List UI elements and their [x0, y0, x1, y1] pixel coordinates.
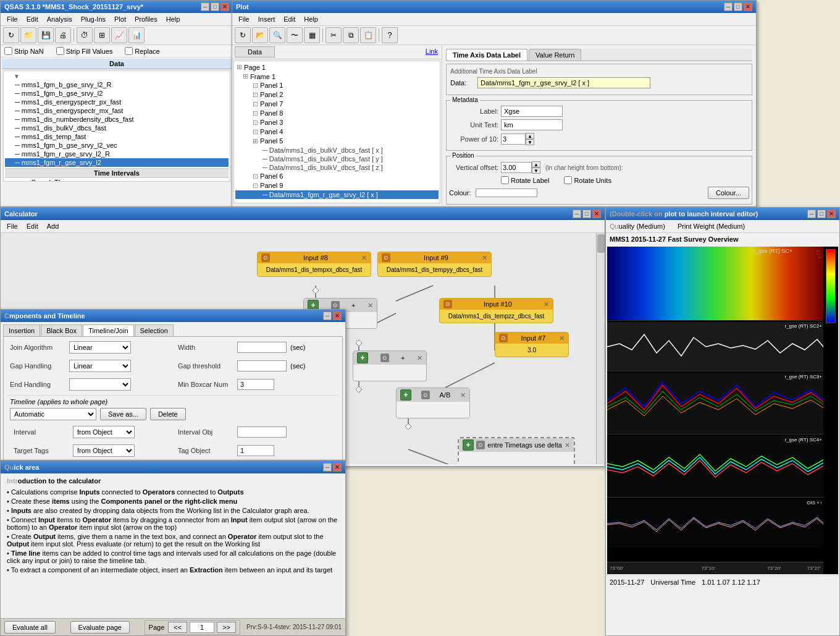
comp-minimize-btn[interactable]: ─: [323, 312, 332, 320]
strip-nan-checkbox[interactable]: [4, 47, 12, 55]
tree-bulkv-y[interactable]: ─ Data/mms1_dis_bulkV_dbcs_fast [ y ]: [235, 155, 439, 163]
data-field-input[interactable]: [477, 77, 650, 88]
tree-panel5[interactable]: ⊞ Panel 5: [235, 137, 439, 146]
plot-maximize-btn[interactable]: □: [734, 2, 742, 11]
calc-maximize-btn[interactable]: □: [582, 210, 591, 218]
right-maximize-btn[interactable]: □: [817, 210, 826, 218]
op-div-add[interactable]: +: [400, 389, 411, 401]
right-minimize-btn[interactable]: ─: [807, 210, 816, 218]
strip-fill-label[interactable]: Strip Fill Values: [56, 47, 113, 55]
waveform-display[interactable]: 101 r_gse (RT) SC+ r_gse (RT) SC2+ r_gse…: [607, 247, 838, 574]
quick-close-btn[interactable]: ✕: [333, 463, 342, 472]
plot-paste-btn[interactable]: 📋: [360, 27, 376, 43]
qsas-menu-help[interactable]: Help: [162, 14, 184, 24]
calc-minimize-btn[interactable]: ─: [573, 210, 581, 218]
qsas-clock-btn[interactable]: ⏱: [77, 27, 93, 43]
qsas-table-btn[interactable]: ⊞: [94, 27, 110, 43]
plot-zoom-btn[interactable]: 🔍: [269, 27, 285, 43]
tree-panel1[interactable]: ⊡ Panel 1: [235, 81, 439, 90]
timetag-add[interactable]: +: [463, 439, 474, 451]
plot-waveform-btn[interactable]: 〜: [287, 27, 303, 43]
qsas-maximize-btn[interactable]: □: [211, 2, 219, 11]
rotate-label-cb[interactable]: Rotate Label: [501, 176, 549, 184]
power-up-btn[interactable]: ▲: [526, 133, 534, 139]
strip-nan-label[interactable]: Strip NaN: [4, 47, 44, 55]
save-as-btn[interactable]: Save as...: [100, 408, 146, 420]
colour-input[interactable]: [476, 189, 537, 197]
quick-minimize-btn[interactable]: ─: [323, 463, 332, 472]
replace-checkbox[interactable]: [125, 47, 133, 55]
unit-field-input[interactable]: [501, 119, 563, 130]
plot-menu-edit[interactable]: Edit: [280, 14, 299, 24]
tree-item-fgm1[interactable]: ─ mms1_fgm_b_gse_srvy_l2_R: [5, 80, 229, 89]
rotate-units-checkbox[interactable]: [564, 176, 572, 184]
comp-close-btn[interactable]: ✕: [333, 312, 342, 320]
op-plus2-add[interactable]: +: [357, 352, 368, 363]
gap-threshold-input[interactable]: [237, 360, 287, 371]
op-div-node[interactable]: + ⊙ A/B ✕: [396, 388, 470, 418]
input9-close[interactable]: ✕: [482, 254, 487, 262]
tree-item-dis3[interactable]: ─ mms1_dis_numberdensity_dbcs_fast: [5, 115, 229, 124]
next-page-btn[interactable]: >>: [217, 622, 236, 633]
gap-handling-select[interactable]: Linear: [69, 360, 131, 372]
tree-panel7[interactable]: ⊡ Panel 7: [235, 100, 439, 109]
plot-menu-file[interactable]: File: [235, 14, 253, 24]
tree-item-fgm5[interactable]: ─ mms1_fgm_r_gse_srvy_l2: [5, 158, 229, 167]
tree-item-fgm2[interactable]: ─ mms1_fgm_b_gse_srvy_l2: [5, 89, 229, 98]
op-plus1-close[interactable]: ✕: [368, 302, 373, 310]
qsas-save-btn[interactable]: 💾: [38, 27, 54, 43]
calc-menu-edit[interactable]: Edit: [23, 221, 42, 231]
target-tags-select[interactable]: from Object: [73, 444, 135, 457]
tag-object-input[interactable]: [237, 445, 274, 456]
data-tree-view[interactable]: ▼ ─ mms1_fgm_b_gse_srvy_l2_R ─ mms1_fgm_…: [3, 70, 230, 182]
end-handling-select[interactable]: [69, 378, 131, 391]
tab-value-return[interactable]: Value Return: [529, 49, 581, 61]
tree-item-fgm4[interactable]: ─ mms1_fgm_r_gse_srvy_l2_R: [5, 150, 229, 158]
join-algo-select[interactable]: Linear: [69, 341, 131, 354]
link-btn[interactable]: Link: [424, 46, 439, 57]
tree-panel8[interactable]: ⊡ Panel 8: [235, 109, 439, 118]
power-input[interactable]: [501, 134, 526, 145]
strip-fill-checkbox[interactable]: [56, 47, 64, 55]
tree-page1[interactable]: ⊞ Page 1: [235, 62, 439, 72]
calc-scrollbar[interactable]: [596, 233, 605, 464]
qsas-menu-edit[interactable]: Edit: [23, 14, 42, 24]
tree-panel6[interactable]: ⊡ Panel 6: [235, 172, 439, 181]
replace-label[interactable]: Replace: [125, 47, 159, 55]
tree-item-root[interactable]: ▼: [5, 72, 229, 80]
plot-help-icon[interactable]: ?: [382, 27, 398, 43]
tree-frame1[interactable]: ⊞ Frame 1: [235, 72, 439, 81]
calc-scrollbar-thumb[interactable]: [597, 234, 605, 253]
tab-black-box[interactable]: Black Box: [41, 324, 82, 336]
qsas-minimize-btn[interactable]: ─: [201, 2, 209, 11]
input7-node[interactable]: ⊙ Input #7 ✕ 3.0: [495, 332, 569, 357]
qsas-menu-analysis[interactable]: Analysis: [43, 14, 76, 24]
interval-obj-input[interactable]: [237, 426, 287, 438]
plot-tree[interactable]: ⊞ Page 1 ⊞ Frame 1 ⊡ Panel 1 ⊡ Panel 2 ⊡…: [233, 61, 440, 203]
plot-open-btn[interactable]: 📂: [252, 27, 268, 43]
plot-spectrum-btn[interactable]: ▦: [304, 27, 320, 43]
input9-node[interactable]: ⊙ Input #9 ✕ Data/mms1_dis_tempyy_dbcs_f…: [377, 252, 492, 277]
tree-panel2[interactable]: ⊡ Panel 2: [235, 90, 439, 100]
input8-close[interactable]: ✕: [361, 254, 367, 262]
timetag-node[interactable]: + ⊙ entre Timetags use delta ✕: [458, 437, 575, 464]
power-down-btn[interactable]: ▼: [526, 139, 534, 145]
qsas-close-btn[interactable]: ✕: [220, 2, 229, 11]
calc-menu-file[interactable]: File: [3, 221, 22, 231]
tree-item-dis5[interactable]: ─ mms1_dis_temp_fast: [5, 132, 229, 141]
plot-minimize-btn[interactable]: ─: [724, 2, 733, 11]
evaluate-all-btn[interactable]: Evaluate all: [4, 621, 56, 634]
plot-menu-insert[interactable]: Insert: [254, 14, 279, 24]
qsas-menu-plot[interactable]: Plot: [111, 14, 130, 24]
tab-timeline-join[interactable]: Timeline/Join: [83, 324, 133, 336]
tree-panel9[interactable]: ⊡ Panel 9: [235, 181, 439, 190]
calc-menu-add[interactable]: Add: [43, 221, 63, 231]
input10-close[interactable]: ✕: [544, 300, 549, 308]
page-num-input[interactable]: [190, 622, 214, 633]
vert-offset-input[interactable]: [501, 162, 532, 173]
qsas-refresh-btn[interactable]: ↻: [3, 27, 19, 43]
op-plus2-close[interactable]: ✕: [417, 354, 422, 362]
qsas-menu-file[interactable]: File: [3, 14, 22, 24]
tree-panel3[interactable]: ⊡ Panel 3: [235, 118, 439, 127]
qsas-print-btn[interactable]: 🖨: [55, 27, 71, 43]
